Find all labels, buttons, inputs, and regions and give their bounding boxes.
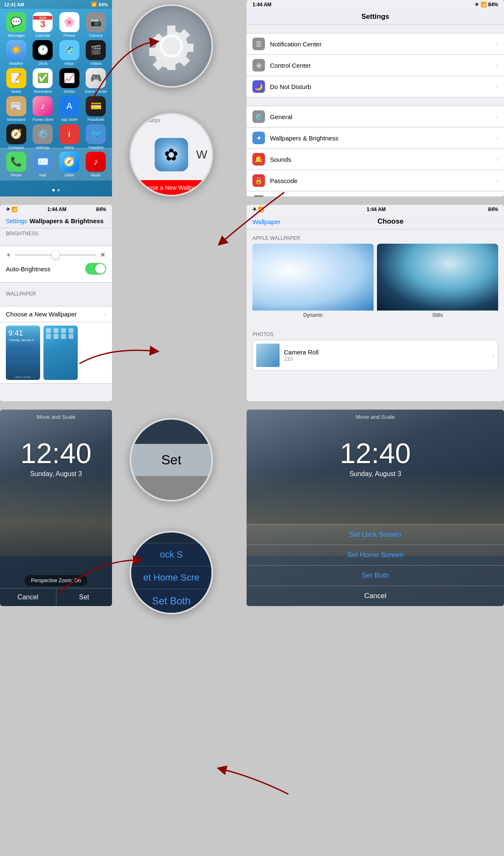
wallpapers-icon: ✦ (252, 132, 265, 144)
dock-safari[interactable]: 🧭 Safari (57, 152, 81, 177)
choose-new-wallpaper-row[interactable]: Choose a New Wallpaper › (0, 306, 112, 322)
auto-brightness-toggle[interactable] (85, 263, 106, 275)
app-maps[interactable]: 🗺️ Maps (57, 40, 81, 66)
calendar-icon[interactable]: SUN 3 (33, 12, 53, 32)
app-stocks[interactable]: 📈 Stocks (57, 68, 81, 94)
maps-icon[interactable]: 🗺️ (59, 40, 79, 60)
camera-roll-count: 233 (284, 356, 492, 362)
app-reminders[interactable]: ✅ Reminders (31, 68, 55, 94)
notes-icon[interactable]: 📝 (6, 68, 26, 88)
app-calendar[interactable]: SUN 3 Calendar (31, 12, 55, 38)
app-camera[interactable]: 📷 Camera (84, 12, 108, 38)
control-center-icon: ⊕ (252, 59, 265, 71)
imore-icon[interactable]: i (59, 124, 79, 144)
camera-icon[interactable]: 📷 (86, 12, 106, 32)
weather-icon[interactable]: ☀️ (6, 40, 26, 60)
app-weather[interactable]: ☀️ Weather (4, 40, 28, 66)
lock-scale-time: 12:40 (0, 424, 112, 469)
app-clock[interactable]: 🕐 Clock (31, 40, 55, 66)
choose-title: Choose (283, 217, 498, 226)
home-scale-cancel-button[interactable]: Cancel (247, 586, 504, 606)
stills-wallpaper-image (377, 244, 498, 311)
stills-wallpaper-item[interactable]: Stills (377, 244, 498, 320)
mag-set-btn-label[interactable]: Set (131, 444, 211, 476)
dock-mail[interactable]: ✉️ Mail (31, 152, 55, 177)
settings-wallpapers-brightness[interactable]: ✦ Wallpapers & Brightness › (247, 127, 504, 149)
passbook-icon[interactable]: 💳 (86, 96, 106, 116)
app-messages[interactable]: 💬 Messages (4, 12, 28, 38)
stocks-icon[interactable]: 📈 (59, 68, 79, 88)
mag-opt-lock[interactable]: ock S (131, 543, 211, 566)
app-settings[interactable]: ⚙️ Settings (31, 124, 55, 150)
settings-privacy[interactable]: ✋ Privacy › (247, 191, 504, 196)
settings-control-center[interactable]: ⊕ Control Center › (247, 55, 504, 76)
home-screen-preview[interactable] (43, 326, 78, 380)
stills-wallpaper-label: Stills (377, 311, 498, 320)
set-lock-screen-button[interactable]: Set Lock Screen (247, 524, 504, 545)
brightness-slider[interactable] (15, 254, 96, 256)
app-itunes[interactable]: ♪ iTunes Store (31, 96, 55, 122)
brightness-thumb[interactable] (51, 251, 60, 259)
messages-icon[interactable]: 💬 (6, 12, 26, 32)
app-imore[interactable]: i iMore (57, 124, 81, 150)
dock-music[interactable]: ♪ Music (84, 152, 108, 177)
mag-wallpaper-w: W (196, 148, 207, 161)
mag-opt-home[interactable]: et Home Scre (131, 566, 211, 589)
settings-notification-center[interactable]: ☰ Notification Center › (247, 33, 504, 55)
dock-safari-label: Safari (64, 173, 74, 177)
app-videos[interactable]: 🎬 Videos (84, 40, 108, 66)
mail-icon[interactable]: ✉️ (33, 152, 53, 172)
lock-screen-preview[interactable]: 9:41 Tuesday, January 9 slide to unlock (6, 326, 40, 380)
photos-section: Camera Roll 233 › (247, 340, 504, 371)
app-passbook[interactable]: 💳 Passbook (84, 96, 108, 122)
set-home-screen-button[interactable]: Set Home Screen (247, 545, 504, 565)
reminders-icon[interactable]: ✅ (33, 68, 53, 88)
app-photos[interactable]: 🌸 Photos (57, 12, 81, 38)
dynamic-wallpaper-item[interactable]: Dynamic (252, 244, 374, 320)
lock-scale-cancel-button[interactable]: Cancel (0, 588, 56, 606)
photos-icon[interactable]: 🌸 (59, 12, 79, 32)
phone-icon[interactable]: 📞 (6, 152, 26, 172)
dot-1 (52, 189, 55, 191)
settings-passcode[interactable]: 🔒 Passcode › (247, 170, 504, 191)
app-compass[interactable]: 🧭 Compass (4, 124, 28, 150)
set-both-button[interactable]: Set Both (247, 565, 504, 586)
clock-icon[interactable]: 🕐 (33, 40, 53, 60)
dock-phone[interactable]: 📞 Phone (4, 152, 28, 177)
safari-icon[interactable]: 🧭 (59, 152, 79, 172)
choose-new-wallpaper-label: Choose a New Wallpaper (6, 311, 77, 318)
app-appstore[interactable]: A App Store (57, 96, 81, 122)
choose-back-button[interactable]: Wallpaper (252, 218, 280, 225)
notification-center-label: Notification Center (270, 41, 496, 48)
itunes-icon[interactable]: ♪ (33, 96, 53, 116)
mag-opt-both[interactable]: Set Both (131, 589, 211, 613)
app-messages-label: Messages (8, 33, 25, 38)
appstore-icon[interactable]: A (59, 96, 79, 116)
notification-center-icon: ☰ (252, 38, 265, 50)
camera-roll-thumbnail (256, 344, 280, 367)
gamecenter-icon[interactable]: 🎮 (86, 68, 106, 88)
lock-scale-set-button[interactable]: Set (56, 588, 112, 606)
settings-do-not-disturb[interactable]: 🌙 Do Not Disturb › (247, 76, 504, 97)
settings-icon[interactable]: ⚙️ (33, 124, 53, 144)
wb-battery: 84% (96, 206, 106, 212)
newsstand-icon[interactable]: 📰 (6, 96, 26, 116)
camera-roll-row[interactable]: Camera Roll 233 › (252, 340, 498, 371)
apple-wallpaper-header: APPLE WALLPAPER (247, 229, 504, 244)
app-newsstand[interactable]: 📰 Newsstand (4, 96, 28, 122)
mag-wallpaper-section-label: WALLPAPER (135, 119, 160, 123)
camera-roll-chevron: › (492, 352, 494, 359)
settings-sounds[interactable]: 🔔 Sounds › (247, 149, 504, 170)
music-icon[interactable]: ♪ (86, 152, 106, 172)
choose-status-left: ✈ 📶 (252, 206, 264, 212)
compass-icon[interactable]: 🧭 (6, 124, 26, 144)
tweetbot-icon[interactable]: 🐦 (86, 124, 106, 144)
videos-icon[interactable]: 🎬 (86, 40, 106, 60)
app-gamecenter[interactable]: 🎮 Game Center (84, 68, 108, 94)
app-tweetbot[interactable]: 🐦 Tweetbot (84, 124, 108, 150)
wb-back-button[interactable]: Settings (6, 218, 27, 224)
photos-section-header: PHOTOS (247, 326, 504, 340)
settings-general[interactable]: ⚙️ General › (247, 106, 504, 127)
app-notes[interactable]: 📝 Notes (4, 68, 28, 94)
brightness-high-icon: ☀ (99, 250, 106, 260)
